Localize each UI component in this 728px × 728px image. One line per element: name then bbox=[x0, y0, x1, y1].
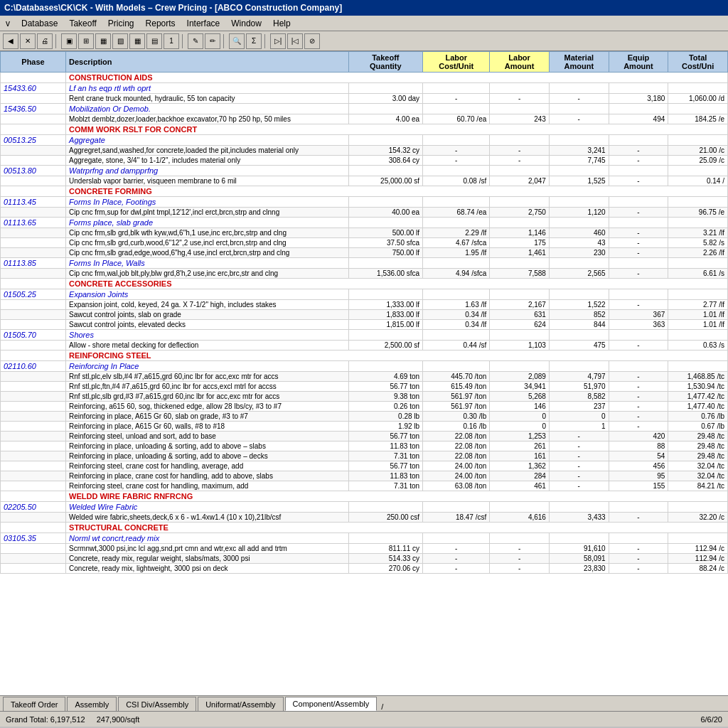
cell-phase bbox=[1, 146, 66, 156]
menu-window[interactable]: Window bbox=[225, 17, 267, 30]
cell-material: 7,745 bbox=[549, 156, 609, 166]
cell-material: - bbox=[549, 114, 609, 124]
tab-uniformat-assembly[interactable]: Uniformat/Assembly bbox=[198, 697, 283, 711]
cell-equip bbox=[609, 104, 668, 114]
cell-phase bbox=[1, 412, 66, 422]
cell-labor-cost: 1.63 /lf bbox=[423, 300, 490, 310]
tab-assembly[interactable]: Assembly bbox=[67, 697, 117, 711]
cell-takeoff bbox=[348, 166, 423, 176]
cell-phase: 00513.80 bbox=[1, 166, 66, 176]
cell-labor-amount: 2,089 bbox=[490, 372, 550, 382]
table-row: CONCRETE FORMING bbox=[1, 186, 728, 197]
menu-help[interactable]: Help bbox=[267, 17, 296, 30]
cell-material bbox=[549, 104, 609, 114]
toolbar-btn-13[interactable]: 🔍 bbox=[229, 33, 245, 49]
toolbar-btn-1[interactable]: ◀ bbox=[3, 33, 18, 49]
toolbar-btn-8[interactable]: ▦ bbox=[129, 33, 145, 49]
cell-description: Reinforcing in place, A615 Gr 60, slab o… bbox=[66, 412, 348, 422]
cell-labor-amount: 7,588 bbox=[490, 269, 550, 279]
toolbar-btn-3[interactable]: 🖨 bbox=[37, 33, 53, 49]
cell-phase bbox=[1, 392, 66, 402]
cell-material: - bbox=[549, 451, 609, 461]
cell-material bbox=[549, 135, 609, 146]
table-row: Reinforcing steel, crane cost for handli… bbox=[1, 481, 728, 491]
cell-labor-cost: 24.00 /ton bbox=[423, 461, 490, 471]
cell-takeoff: 7.31 ton bbox=[348, 481, 423, 491]
table-row: Sawcut control joints, elevated decks1,8… bbox=[1, 320, 728, 330]
cell-total bbox=[668, 218, 728, 228]
toolbar-btn-7[interactable]: ▧ bbox=[112, 33, 128, 49]
toolbar-btn-17[interactable]: ⊘ bbox=[304, 33, 320, 49]
cell-phase bbox=[1, 481, 66, 491]
cell-labor-amount bbox=[490, 533, 550, 544]
cell-phase bbox=[1, 441, 66, 451]
toolbar-btn-10[interactable]: 1 bbox=[164, 33, 179, 49]
toolbar-btn-5[interactable]: ⊞ bbox=[78, 33, 94, 49]
cell-material: - bbox=[549, 471, 609, 481]
cell-description: Reinforcing In Place bbox=[66, 361, 348, 372]
cell-takeoff: 811.11 cy bbox=[348, 544, 423, 554]
cell-labor-amount: - bbox=[490, 94, 550, 104]
toolbar-btn-9[interactable]: ▤ bbox=[146, 33, 162, 49]
table-row: Allow - shore metal decking for deflecti… bbox=[1, 341, 728, 350]
toolbar-btn-4[interactable]: ▣ bbox=[61, 33, 77, 49]
toolbar-btn-2[interactable]: ✕ bbox=[20, 33, 36, 49]
tab-bar: Takeoff OrderAssemblyCSI Div/AssemblyUni… bbox=[0, 695, 728, 711]
toolbar-btn-12[interactable]: ✏ bbox=[205, 33, 220, 49]
tab-csi-div-assembly[interactable]: CSI Div/Assembly bbox=[118, 697, 196, 711]
cell-takeoff: 270.06 cy bbox=[348, 564, 423, 574]
table-row: 03105.35Norml wt concrt,ready mix bbox=[1, 533, 728, 544]
cell-equip: 54 bbox=[609, 451, 668, 461]
cell-takeoff bbox=[348, 258, 423, 269]
cell-phase bbox=[1, 461, 66, 471]
cell-phase: 15436.50 bbox=[1, 104, 66, 114]
cell-equip: - bbox=[609, 208, 668, 218]
menu-takeoff[interactable]: Takeoff bbox=[63, 17, 102, 30]
cell-description: Sawcut control joints, slab on grade bbox=[66, 310, 348, 320]
table-container[interactable]: Phase Description TakeoffQuantity LaborC… bbox=[0, 51, 728, 695]
menu-pricing[interactable]: Pricing bbox=[102, 17, 140, 30]
cell-total: 29.48 /tc bbox=[668, 441, 728, 451]
cell-equip bbox=[609, 502, 668, 513]
cell-labor-amount bbox=[490, 502, 550, 513]
cell-takeoff bbox=[348, 289, 423, 300]
cell-labor-cost: 0.30 /lb bbox=[423, 412, 490, 422]
toolbar-btn-6[interactable]: ▦ bbox=[95, 33, 111, 49]
toolbar-btn-11[interactable]: ✎ bbox=[188, 33, 203, 49]
cell-material: 3,241 bbox=[549, 146, 609, 156]
toolbar-btn-16[interactable]: |◁ bbox=[287, 33, 303, 49]
cell-takeoff: 250.00 csf bbox=[348, 513, 423, 523]
cell-labor-amount: 0 bbox=[490, 412, 550, 422]
cell-description: Moblzt demblz,dozer,loader,backhoe excav… bbox=[66, 114, 348, 124]
table-row: Underslab vapor barrier, visqueen membra… bbox=[1, 176, 728, 186]
menu-database[interactable]: Database bbox=[16, 17, 63, 30]
cell-total: 21.00 /c bbox=[668, 146, 728, 156]
toolbar-btn-15[interactable]: ▷| bbox=[270, 33, 286, 49]
cell-phase bbox=[1, 300, 66, 310]
cell-equip: 367 bbox=[609, 310, 668, 320]
tab-takeoff-order[interactable]: Takeoff Order bbox=[3, 697, 65, 711]
cell-description: Reinforcing in place, A615 Gr 60, walls,… bbox=[66, 422, 348, 432]
cell-phase bbox=[1, 94, 66, 104]
cell-equip: 456 bbox=[609, 461, 668, 471]
cell-total: 0.63 /s bbox=[668, 341, 728, 350]
tab-component-assembly[interactable]: Component/Assembly bbox=[285, 697, 378, 711]
cell-description: Forms In Place, Walls bbox=[66, 258, 348, 269]
menu-reports[interactable]: Reports bbox=[140, 17, 181, 30]
cell-phase bbox=[1, 491, 66, 502]
table-row: Rnf stl,plc,ftn,#4 #7,a615,grd 60,inc lb… bbox=[1, 382, 728, 392]
menu-interface[interactable]: Interface bbox=[181, 17, 226, 30]
cell-equip: - bbox=[609, 544, 668, 554]
cell-equip: - bbox=[609, 392, 668, 402]
cell-labor-cost: 22.08 /ton bbox=[423, 432, 490, 441]
cell-description: CONSTRUCTION AIDS bbox=[66, 73, 728, 83]
cell-labor-amount: 2,750 bbox=[490, 208, 550, 218]
cell-description: Rnf stl,plc,slb grd,#3 #7,a615,grd 60,in… bbox=[66, 392, 348, 402]
cell-description: Reinforcing in place, unloading & sortin… bbox=[66, 441, 348, 451]
toolbar-btn-14[interactable]: Σ bbox=[246, 33, 262, 49]
cell-takeoff: 1.92 lb bbox=[348, 422, 423, 432]
menu-v[interactable]: v bbox=[0, 17, 16, 30]
cell-equip: - bbox=[609, 402, 668, 412]
cell-equip: - bbox=[609, 228, 668, 238]
cell-total: 184.25 /e bbox=[668, 114, 728, 124]
